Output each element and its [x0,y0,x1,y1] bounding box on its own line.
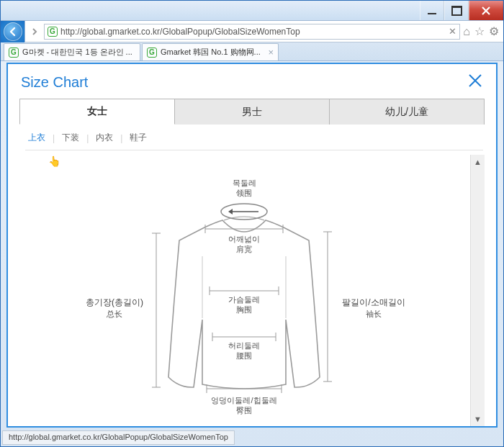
svg-text:胸围: 胸围 [236,305,252,314]
subtab-underwear[interactable]: 内衣 [93,132,116,144]
page-title: Size Chart [21,74,88,91]
size-diagram: 목둘레 领围 어깨넓이 肩宽 [19,155,469,426]
stop-icon[interactable]: ✕ [449,26,456,37]
popup-close-button[interactable] [467,73,483,91]
tab-close-icon[interactable]: × [268,47,274,58]
svg-text:领围: 领围 [236,189,252,197]
tab-label: Gmarket 韩国 No.1 购物网... [161,47,264,58]
status-bar: http://global.gmarket.co.kr/GlobalPopup/… [2,430,235,445]
svg-text:어깨넓이: 어깨넓이 [228,235,260,243]
tab-kids[interactable]: 幼儿/儿童 [330,99,485,125]
address-bar: G http://global.gmarket.co.kr/GlobalPopu… [1,21,503,42]
status-text: http://global.gmarket.co.kr/GlobalPopup/… [9,433,228,441]
site-favicon: G [48,27,58,37]
url-text: http://global.gmarket.co.kr/GlobalPopup/… [60,27,300,37]
tab-men[interactable]: 男士 [175,99,330,125]
category-subtabs: 上衣 | 下装 | 内衣 | 鞋子 [25,132,483,150]
scroll-up-icon[interactable]: ▲ [471,155,485,169]
svg-text:엉덩이둘레/힙둘레: 엉덩이둘레/힙둘레 [211,396,276,405]
tab-favicon: G [147,48,157,58]
svg-text:목둘레: 목둘레 [233,179,256,187]
gender-tabs: 女士 男士 幼儿/儿童 [19,99,485,125]
svg-text:총기장(총길이): 총기장(총길이) [86,297,143,307]
svg-text:臀围: 臀围 [236,406,252,415]
svg-text:腰围: 腰围 [236,351,252,360]
window-close-button[interactable] [469,1,503,20]
tab-label: G마켓 - 대한민국 1등 온라인 ... [22,47,135,58]
browser-tabs: G G마켓 - 대한민국 1등 온라인 ... G Gmarket 韩国 No.… [1,42,503,61]
svg-text:팔길이/소매길이: 팔길이/소매길이 [342,297,405,307]
nav-forward-button[interactable] [28,27,41,36]
tab-women[interactable]: 女士 [19,99,175,125]
svg-text:袖长: 袖长 [366,310,382,318]
subtab-shoes[interactable]: 鞋子 [127,132,150,144]
svg-text:总长: 总长 [106,310,122,318]
home-icon[interactable]: ⌂ [463,25,470,38]
settings-gear-icon[interactable]: ⚙ [489,24,499,38]
window-maximize-button[interactable] [444,1,469,20]
svg-text:가슴둘레: 가슴둘레 [228,295,260,304]
window-minimize-button[interactable] [420,1,444,20]
popup-content: Size Chart 女士 男士 幼儿/儿童 上衣 | 下装 | 内衣 | 鞋子 [6,63,498,428]
subtab-bottom[interactable]: 下装 [59,132,82,144]
svg-text:허리둘레: 허리둘레 [228,341,260,350]
url-input[interactable]: G http://global.gmarket.co.kr/GlobalPopu… [44,24,460,40]
browser-tab[interactable]: G G마켓 - 대한민국 1등 온라인 ... [4,43,140,60]
tab-favicon: G [9,48,19,58]
nav-back-button[interactable] [1,21,25,42]
svg-text:肩宽: 肩宽 [236,245,252,253]
favorites-icon[interactable]: ☆ [474,24,485,38]
scroll-down-icon[interactable]: ▼ [471,412,485,426]
vertical-scrollbar[interactable]: ▲ ▼ [470,155,485,426]
browser-tab[interactable]: G Gmarket 韩国 No.1 购物网... × [142,43,279,60]
window-titlebar [1,1,503,21]
subtab-top[interactable]: 上衣 [25,132,48,144]
